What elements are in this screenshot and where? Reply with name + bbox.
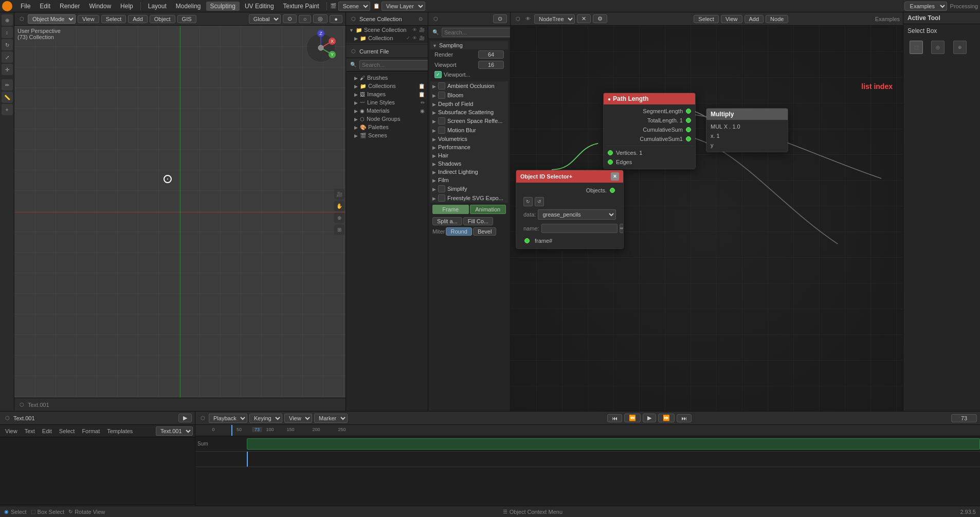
camera-view-btn[interactable]: 🎥 <box>334 189 344 199</box>
obj-id-close[interactable]: ✕ <box>611 172 619 181</box>
hand-btn[interactable]: ✋ <box>334 201 344 211</box>
toolbar-measure-btn[interactable]: 📏 <box>2 92 13 103</box>
jump-end-btn[interactable]: ⏭ <box>677 414 692 422</box>
ao-checkbox[interactable] <box>438 82 445 90</box>
tab-modeling[interactable]: Modeling <box>172 2 205 11</box>
node-editor-settings[interactable]: ⚙ <box>593 14 607 23</box>
hair-header[interactable]: Hair <box>430 151 508 159</box>
film-header[interactable]: Film <box>430 176 508 184</box>
edges-socket[interactable] <box>608 159 613 165</box>
collection-sub[interactable]: 📁 Collection ✓ 👁 🎥 <box>346 34 428 42</box>
text-menu-templates[interactable]: Templates <box>104 427 136 435</box>
select-btn[interactable]: Select <box>101 15 126 23</box>
sampling-header[interactable]: Sampling <box>430 41 508 49</box>
node-tree-selector[interactable]: NodeTree <box>534 14 575 24</box>
shading-btn[interactable]: ● <box>330 15 342 23</box>
nav-gizmo[interactable]: X Y Z <box>300 30 341 66</box>
freestyle-header[interactable]: Freestyle SVG Expo... <box>430 193 508 203</box>
next-frame-btn[interactable]: ⏩ <box>658 414 675 422</box>
object-btn[interactable]: Object <box>150 15 175 23</box>
current-frame-display[interactable]: 73 <box>951 414 977 422</box>
blender-logo[interactable] <box>2 1 12 11</box>
timeline-playhead[interactable] <box>231 425 232 436</box>
node-view-btn[interactable]: 👁 <box>524 15 532 23</box>
file-item-collections[interactable]: 📁 Collections 📋 <box>346 82 428 90</box>
name-input[interactable] <box>541 224 618 233</box>
search-input[interactable] <box>359 60 428 69</box>
snap-btn[interactable]: ⊙ <box>283 14 297 23</box>
eye-icon-2[interactable]: 👁 <box>412 35 417 41</box>
sss-header[interactable]: Subsurface Scattering <box>430 108 508 116</box>
ssr-header[interactable]: Screen Space Reffe... <box>430 116 508 126</box>
file-item-brushes[interactable]: 🖌 Brushes <box>346 74 428 82</box>
transform-selector[interactable]: Global <box>249 14 281 24</box>
bloom-checkbox[interactable] <box>438 92 445 99</box>
timeline-tracks[interactable]: Sum <box>195 436 980 516</box>
gis-btn[interactable]: GIS <box>177 15 196 23</box>
menu-file[interactable]: File <box>16 2 34 11</box>
node-add-btn[interactable]: Add <box>745 15 764 23</box>
view-layer-selector[interactable]: View Layer <box>382 2 425 11</box>
text-menu-text[interactable]: Text <box>22 427 38 435</box>
menu-edit[interactable]: Edit <box>35 2 55 11</box>
add-btn[interactable]: Add <box>128 15 148 23</box>
mb-checkbox[interactable] <box>438 127 445 134</box>
engine-selector[interactable]: Examples <box>904 2 947 11</box>
text-editor-run[interactable]: ▶ <box>178 414 192 422</box>
file-item-images[interactable]: 🖼 Images 📋 <box>346 90 428 98</box>
dof-header[interactable]: Depth of Field <box>430 100 508 108</box>
tab-sculpting[interactable]: Sculpting <box>206 2 240 11</box>
view-selector-tl[interactable]: View <box>284 414 312 423</box>
tool-cell-1[interactable]: ⬚ <box>910 41 923 54</box>
collection-item-main[interactable]: 📁 Scene Collection 👁 🎥 <box>346 26 428 34</box>
ambient-occlusion-header[interactable]: Ambient Occlusion <box>430 81 508 91</box>
text-file-selector[interactable]: Text.001 <box>156 426 193 436</box>
obj-icon-btn-2[interactable]: ↺ <box>535 197 544 206</box>
tab-texture-paint[interactable]: Texture Paint <box>279 2 323 11</box>
node-view-btn2[interactable]: View <box>721 15 742 23</box>
denoising-checkbox[interactable]: ✓ <box>434 71 442 78</box>
node-canvas[interactable]: list index ● Path Length SegmentLength <box>511 26 903 411</box>
objects-socket[interactable] <box>610 188 615 193</box>
menu-window[interactable]: Window <box>85 2 115 11</box>
text-menu-select[interactable]: Select <box>56 427 78 435</box>
view-btn[interactable]: View <box>78 15 99 23</box>
tab-layout[interactable]: Layout <box>144 2 171 11</box>
split-btn[interactable]: Split a... <box>432 217 462 225</box>
tab-uv-editing[interactable]: UV Editing <box>241 2 278 11</box>
render-value[interactable]: 64 <box>478 50 504 59</box>
freestyle-checkbox[interactable] <box>438 194 445 202</box>
toolbar-rotate-btn[interactable]: ↻ <box>2 39 13 50</box>
toolbar-move-btn[interactable]: ↕ <box>2 27 13 38</box>
toolbar-add-btn[interactable]: + <box>2 104 13 115</box>
playback-selector[interactable]: Playback <box>209 414 247 423</box>
data-selector[interactable]: grease_pencils <box>538 209 616 220</box>
frame-socket[interactable] <box>524 238 530 243</box>
filter-props-btn[interactable]: ⊙ <box>493 14 507 23</box>
node-select-btn[interactable]: Select <box>694 15 719 23</box>
cam-icon-2[interactable]: 🎥 <box>419 35 425 41</box>
tool-cell-3[interactable]: ⊕ <box>953 41 967 54</box>
text-editor-body[interactable] <box>0 437 195 505</box>
eye-icon[interactable]: 👁 <box>412 27 417 32</box>
obj-icon-btn-1[interactable]: ↻ <box>523 197 533 206</box>
check-icon[interactable]: ✓ <box>406 35 410 41</box>
bevel-btn[interactable]: Bevel <box>473 227 497 236</box>
segment-length-socket[interactable] <box>686 109 691 114</box>
marker-selector[interactable]: Marker <box>314 414 348 423</box>
frame-btn[interactable]: Frame <box>432 205 469 214</box>
filter-icon[interactable]: ⊙ <box>416 15 425 23</box>
node-editor-close[interactable]: ✕ <box>577 14 591 23</box>
performance-header[interactable]: Performance <box>430 143 508 151</box>
scene-selector[interactable]: Scene <box>338 2 370 11</box>
proportional-btn[interactable]: ○ <box>299 15 312 23</box>
fill-btn[interactable]: Fill Co... <box>463 217 493 225</box>
cumsum-socket[interactable] <box>686 127 691 132</box>
path-length-node[interactable]: ● Path Length SegmentLength TotalLength.… <box>603 93 696 169</box>
node-editor[interactable]: ⬡ 👁 NodeTree ✕ ⚙ Select View Add Node Ex… <box>511 12 903 411</box>
toolbar-cursor-btn[interactable]: ⊕ <box>2 14 13 26</box>
motionblur-header[interactable]: Motion Blur <box>430 126 508 135</box>
text-menu-view[interactable]: View <box>2 427 21 435</box>
file-item-linestyles[interactable]: 〰 Line Styles ✏ <box>346 98 428 106</box>
round-btn[interactable]: Round <box>446 227 471 236</box>
